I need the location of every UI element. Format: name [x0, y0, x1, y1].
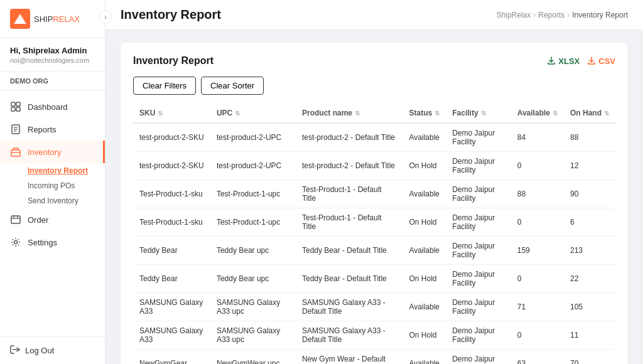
table-row: SAMSUNG Galaxy A33SAMSUNG Galaxy A33 upc…: [133, 321, 615, 350]
sidebar-item-inventory-label: Inventory: [28, 147, 61, 157]
export-buttons: XLSX CSV: [547, 56, 615, 66]
sort-icon-available: ⇅: [553, 110, 558, 117]
col-header-upc[interactable]: UPC⇅: [210, 104, 296, 123]
cell-facility: Demo Jaipur Facility: [446, 321, 511, 350]
cell-facility: Demo Jaipur Facility: [446, 208, 511, 237]
sidebar-item-settings[interactable]: Settings: [0, 231, 105, 254]
cell-upc: test-product-2-UPC: [210, 152, 296, 180]
cell-on_hand: 12: [564, 152, 615, 180]
cell-status: Available: [403, 350, 446, 365]
cell-available: 0: [511, 321, 564, 350]
table-row: test-product-2-SKUtest-product-2-UPCtest…: [133, 123, 615, 152]
cell-available: 63: [511, 350, 564, 365]
cell-sku: Teddy Bear: [133, 265, 210, 293]
report-card-header: Inventory Report XLSX: [133, 55, 615, 67]
cell-facility: Demo Jaipur Facility: [446, 180, 511, 208]
inventory-icon: [10, 146, 21, 158]
logo-ship: SHIP: [34, 14, 53, 24]
cell-product_name: New Gym Wear - Default Title: [296, 350, 403, 365]
clear-filters-button[interactable]: Clear Filters: [133, 77, 196, 95]
cell-available: 0: [511, 265, 564, 293]
svg-rect-11: [11, 150, 20, 156]
page-title: Inventory Report: [121, 8, 221, 22]
col-header-facility[interactable]: Facility⇅: [446, 104, 511, 123]
cell-on_hand: 6: [564, 208, 615, 237]
cell-upc: NewGymWear upc: [210, 350, 296, 365]
cell-product_name: test-product-2 - Default Title: [296, 123, 403, 152]
sidebar-subitem-inventory-report[interactable]: Inventory Report: [28, 163, 105, 178]
cell-upc: Test-Product-1-upc: [210, 208, 296, 237]
sidebar-item-dashboard-label: Dashboard: [28, 102, 68, 112]
cell-facility: Demo Jaipur Facility: [446, 152, 511, 180]
user-name: Hi, Shiprelax Admin: [10, 46, 95, 55]
cell-product_name: Teddy Bear - Default Title: [296, 237, 403, 265]
cell-status: On Hold: [403, 265, 446, 293]
export-xlsx-button[interactable]: XLSX: [547, 56, 580, 66]
sidebar: ‹ SHIPRELAX Hi, Shiprelax Admin noi@noit…: [0, 0, 105, 364]
xlsx-label: XLSX: [558, 56, 580, 66]
cell-available: 0: [511, 152, 564, 180]
svg-point-17: [14, 241, 18, 244]
inventory-submenu: Inventory Report Incoming POs Send Inven…: [0, 163, 105, 208]
sidebar-item-order[interactable]: Order: [0, 208, 105, 231]
table-row: Teddy BearTeddy Bear upcTeddy Bear - Def…: [133, 237, 615, 265]
cell-product_name: test-product-2 - Default Title: [296, 152, 403, 180]
sidebar-item-inventory[interactable]: Inventory: [0, 141, 105, 163]
sidebar-subitem-incoming-pos[interactable]: Incoming POs: [28, 178, 105, 193]
logo-area: SHIPRELAX: [0, 0, 105, 38]
cell-status: Available: [403, 123, 446, 152]
table-row: Teddy BearTeddy Bear upcTeddy Bear - Def…: [133, 265, 615, 293]
table-row: Test-Product-1-skuTest-Product-1-upcTest…: [133, 208, 615, 237]
report-card: Inventory Report XLSX: [121, 43, 628, 364]
cell-upc: Teddy Bear upc: [210, 265, 296, 293]
cell-product_name: Test-Product-1 - Default Title: [296, 208, 403, 237]
svg-rect-5: [11, 107, 15, 111]
cell-facility: Demo Jaipur Facility: [446, 293, 511, 321]
sidebar-item-reports[interactable]: Reports: [0, 118, 105, 141]
sidebar-subitem-send-inventory[interactable]: Send Inventory: [28, 193, 105, 208]
cell-facility: Demo Jaipur Facility: [446, 350, 511, 365]
export-csv-button[interactable]: CSV: [587, 56, 615, 66]
topbar: Inventory Report ShipRelax › Reports › I…: [105, 0, 643, 30]
col-header-on-hand[interactable]: On Hand⇅: [564, 104, 615, 123]
cell-upc: SAMSUNG Galaxy A33 upc: [210, 293, 296, 321]
breadcrumb: ShipRelax › Reports › Inventory Report: [497, 11, 628, 19]
col-header-status[interactable]: Status⇅: [403, 104, 446, 123]
cell-sku: test-product-2-SKU: [133, 152, 210, 180]
breadcrumb-reports: Reports: [538, 11, 565, 19]
svg-rect-2: [16, 20, 24, 24]
table-row: Test-Product-1-skuTest-Product-1-upcTest…: [133, 180, 615, 208]
logout-icon: [10, 345, 20, 356]
sidebar-collapse-button[interactable]: ‹: [99, 10, 112, 24]
filter-bar: Clear Filters Clear Sorter: [133, 77, 615, 95]
col-header-sku[interactable]: SKU⇅: [133, 104, 210, 123]
cell-upc: Test-Product-1-upc: [210, 180, 296, 208]
logout-button[interactable]: Log Out: [0, 336, 105, 364]
inventory-table: SKU⇅ UPC⇅ Product name⇅ Status⇅ Facility…: [133, 104, 615, 364]
cell-sku: SAMSUNG Galaxy A33: [133, 293, 210, 321]
sort-icon-facility: ⇅: [481, 110, 486, 117]
clear-sorter-button[interactable]: Clear Sorter: [201, 77, 264, 95]
sort-icon-sku: ⇅: [158, 110, 163, 117]
cell-sku: SAMSUNG Galaxy A33: [133, 321, 210, 350]
logo-relax: RELAX: [53, 14, 80, 24]
cell-sku: Test-Product-1-sku: [133, 208, 210, 237]
cell-available: 71: [511, 293, 564, 321]
sidebar-item-dashboard[interactable]: Dashboard: [0, 95, 105, 118]
download-xlsx-icon: [547, 56, 556, 65]
cell-on_hand: 90: [564, 180, 615, 208]
table-row: SAMSUNG Galaxy A33SAMSUNG Galaxy A33 upc…: [133, 293, 615, 321]
cell-sku: Teddy Bear: [133, 237, 210, 265]
cell-status: On Hold: [403, 152, 446, 180]
breadcrumb-current: Inventory Report: [572, 11, 628, 19]
page-content: Inventory Report XLSX: [105, 30, 643, 364]
cell-product_name: SAMSUNG Galaxy A33 - Default Title: [296, 293, 403, 321]
cell-product_name: Test-Product-1 - Default Title: [296, 180, 403, 208]
cell-sku: NewGymGear: [133, 350, 210, 365]
col-header-available[interactable]: Available⇅: [511, 104, 564, 123]
cell-on_hand: 11: [564, 321, 615, 350]
cell-product_name: SAMSUNG Galaxy A33 - Default Title: [296, 321, 403, 350]
main-nav: Dashboard Reports Invento: [0, 90, 105, 336]
sort-icon-product-name: ⇅: [355, 110, 360, 117]
col-header-product-name[interactable]: Product name⇅: [296, 104, 403, 123]
